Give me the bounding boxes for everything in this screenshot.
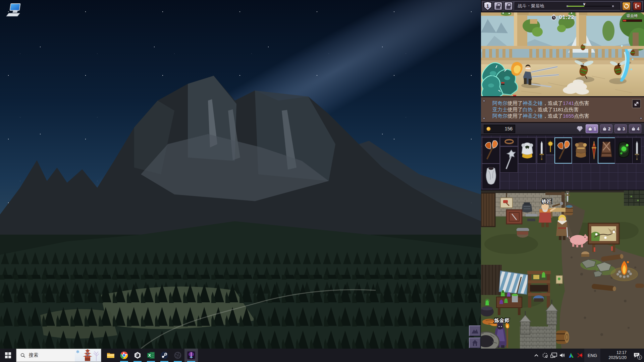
- item-battle-axe-selected[interactable]: [554, 137, 572, 164]
- barrel-water: [566, 205, 573, 215]
- log-line: 亚力士使用了白热，造成了1181点伤害: [492, 107, 629, 113]
- system-tray: ENG 12:17 2025/1/20 1: [532, 349, 644, 362]
- stage-label: 战斗・聚居地: [518, 3, 544, 9]
- clock-date: 2025/1/20: [609, 355, 627, 360]
- log-line: 阿奇尔使用了神圣之锤，造成了1655点伤害: [492, 113, 629, 119]
- volume-icon[interactable]: [558, 349, 567, 362]
- bag-number: 3: [623, 126, 625, 131]
- lock-icon[interactable]: [494, 2, 502, 10]
- item-gold-scepter[interactable]: [546, 137, 555, 155]
- level-shield-badge[interactable]: 1: [483, 1, 492, 11]
- clock-icon: [551, 14, 557, 20]
- bag-number: 2: [608, 126, 610, 131]
- enemy-name: 吸血蜂: [623, 13, 642, 18]
- item-bat-crest-armor[interactable]: [518, 137, 536, 164]
- monitor-glyph: [9, 3, 20, 11]
- item-leather-vest-selected[interactable]: [598, 137, 615, 164]
- battle-log[interactable]: 阿奇尔使用了神圣之锤，造成了1741点伤害 亚力士使用了白热，造成了1181点伤…: [481, 96, 644, 123]
- expand-icon[interactable]: [632, 99, 641, 108]
- chrome-icon[interactable]: [117, 349, 131, 362]
- blacksmith-label: 铁匠: [541, 198, 552, 204]
- refresh-icon[interactable]: [622, 2, 631, 11]
- barrel-side: [556, 330, 569, 344]
- enemy-status: 吸血蜂: [623, 13, 642, 22]
- log-line: 阿奇尔使用了神圣之锤，造成了1741点伤害: [492, 100, 629, 107]
- item-spiked-mace[interactable]: [500, 146, 518, 173]
- mountain-landscape: [0, 0, 481, 349]
- anvil-round-base: [517, 228, 529, 238]
- notification-bubble-icon[interactable]: 1: [629, 349, 644, 362]
- bag-tabs: 1 2 3 4: [576, 124, 641, 133]
- keyboard-glyph: [6, 13, 20, 16]
- snow-tree-icon: [94, 351, 99, 361]
- game-dark-icon[interactable]: [171, 349, 184, 362]
- item-steel-breastplate[interactable]: [482, 164, 500, 189]
- start-button[interactable]: [0, 349, 16, 362]
- bag-tab-4[interactable]: 4: [629, 124, 641, 133]
- house-icon[interactable]: [469, 338, 481, 348]
- game-window: 1 战斗・聚居地 ∨: [481, 0, 644, 349]
- snowflake-icon: ❄: [76, 349, 79, 354]
- a-colored-icon[interactable]: [567, 349, 576, 362]
- steam-icon[interactable]: [158, 349, 171, 362]
- bag-number: 1: [594, 126, 596, 131]
- bag-tab-1[interactable]: 1: [586, 124, 598, 133]
- game-purple-icon[interactable]: [184, 349, 198, 362]
- currency-bar: 156 1 2 3: [481, 123, 644, 135]
- computer-icon[interactable]: [7, 3, 23, 19]
- search-input[interactable]: 搜索 ❄: [16, 349, 101, 362]
- bag-tab-2[interactable]: 2: [600, 124, 612, 133]
- monitor-stand-glyph: [12, 11, 18, 13]
- gold-field: 156: [484, 125, 515, 133]
- village-scene[interactable]: 铁匠 炼金师: [481, 190, 644, 349]
- clock-time: 12:17: [616, 350, 627, 355]
- exit-icon[interactable]: [633, 2, 642, 11]
- item-battle-axe[interactable]: [482, 137, 500, 164]
- unity-icon[interactable]: [131, 349, 144, 362]
- display-network-icon[interactable]: [549, 349, 558, 362]
- bag-tab-3[interactable]: 3: [614, 124, 627, 133]
- record-icon[interactable]: [541, 349, 549, 362]
- chevron-up-icon[interactable]: [532, 349, 541, 362]
- shield-badge-number: 1: [486, 3, 489, 9]
- enemy-health-bar: [623, 19, 642, 22]
- village-map: 铁匠 炼金师: [481, 190, 644, 349]
- search-highlight-image[interactable]: ❄: [75, 349, 101, 362]
- battle-timer-value: 01:22: [559, 14, 575, 20]
- alchemist-label: 炼金师: [494, 317, 510, 323]
- item-longsword[interactable]: [632, 137, 641, 164]
- item-green-glow-armor[interactable]: [615, 137, 633, 164]
- notification-badge: 1: [637, 355, 642, 360]
- red-toolbox: [506, 210, 522, 224]
- screen: 1 战斗・聚居地 ∨: [0, 0, 644, 362]
- file-explorer-icon[interactable]: [104, 349, 117, 362]
- item-leather-ring[interactable]: [500, 137, 518, 146]
- mountain-icon[interactable]: [469, 325, 481, 336]
- gem-icon[interactable]: [576, 125, 584, 133]
- taskbar-clock[interactable]: 12:17 2025/1/20: [600, 349, 629, 362]
- battle-timer: 01:22: [481, 14, 644, 20]
- inventory-grid[interactable]: [481, 135, 644, 190]
- excel-icon[interactable]: [144, 349, 158, 362]
- language-indicator[interactable]: ENG: [584, 349, 600, 362]
- gold-coin-icon: [486, 127, 491, 131]
- item-ruby-dagger[interactable]: [589, 137, 598, 164]
- stage-progress-slider[interactable]: ∨: [568, 6, 613, 7]
- item-longsword[interactable]: [537, 137, 546, 164]
- taskbar-apps: [104, 349, 198, 362]
- item-bronze-armor[interactable]: [572, 137, 590, 164]
- battle-scene[interactable]: 01:22 吸血蜂: [481, 12, 644, 96]
- chevron-down-icon: ∨: [583, 2, 586, 6]
- pagoda-icon: [83, 349, 92, 361]
- lock-icon[interactable]: [504, 2, 513, 10]
- gold-amount: 156: [505, 126, 513, 131]
- windows-logo: [5, 352, 11, 358]
- rivet: [483, 117, 485, 119]
- search-icon: [20, 353, 25, 358]
- red-x-icon[interactable]: [576, 349, 584, 362]
- scene-nav-buttons: [469, 325, 481, 350]
- taskbar: 搜索 ❄: [0, 349, 644, 362]
- rivet: [483, 100, 485, 102]
- stage-select-dropdown[interactable]: 战斗・聚居地 ∨: [515, 2, 620, 10]
- search-placeholder: 搜索: [29, 352, 38, 358]
